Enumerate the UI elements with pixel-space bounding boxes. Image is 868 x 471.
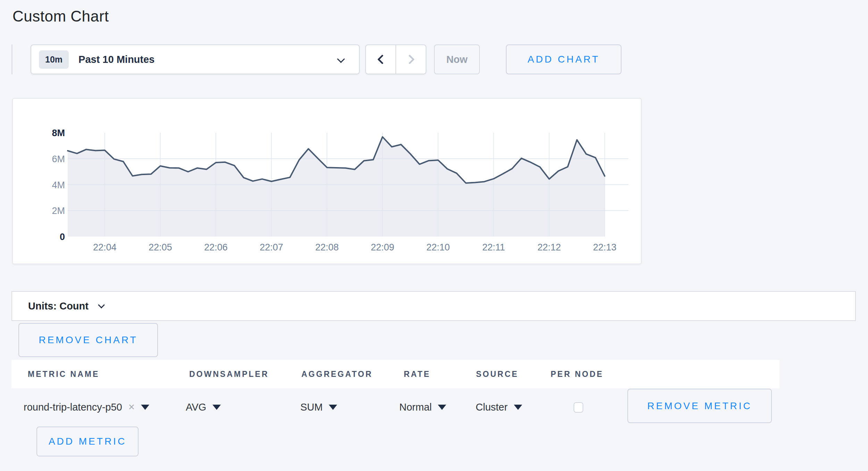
- units-dropdown[interactable]: Units: Count: [11, 291, 856, 321]
- svg-text:22:13: 22:13: [593, 242, 617, 253]
- col-header-source: SOURCE: [476, 370, 518, 379]
- metrics-table-header: METRIC NAME DOWNSAMPLER AGGREGATOR RATE …: [11, 360, 779, 388]
- svg-text:22:09: 22:09: [371, 242, 394, 253]
- add-metric-button[interactable]: ADD METRIC: [36, 427, 139, 456]
- units-label: Units: Count: [28, 300, 89, 312]
- toolbar-left-divider: [11, 44, 12, 74]
- source-dropdown[interactable]: Cluster: [476, 399, 522, 415]
- svg-text:22:11: 22:11: [482, 242, 505, 253]
- svg-text:6M: 6M: [52, 154, 65, 164]
- page-title: Custom Chart: [12, 8, 109, 25]
- svg-text:8M: 8M: [52, 128, 65, 138]
- caret-down-icon: [329, 405, 337, 410]
- remove-tag-icon[interactable]: ×: [128, 401, 135, 413]
- metric-name-dropdown[interactable]: round-trip-latency-p50 ×: [24, 399, 149, 415]
- now-button[interactable]: Now: [434, 44, 480, 74]
- time-step-buttons: [365, 44, 426, 74]
- chevron-down-icon: [98, 301, 105, 308]
- downsampler-dropdown[interactable]: AVG: [186, 399, 221, 415]
- chart-svg: 8M6M4M2M022:0422:0522:0622:0722:0822:092…: [13, 99, 641, 264]
- chevron-right-icon: [404, 55, 414, 64]
- add-chart-button[interactable]: ADD CHART: [506, 44, 621, 74]
- svg-text:4M: 4M: [52, 180, 65, 190]
- source-value: Cluster: [476, 402, 508, 413]
- remove-chart-button[interactable]: REMOVE CHART: [18, 323, 158, 357]
- svg-text:22:05: 22:05: [149, 242, 172, 253]
- svg-text:22:10: 22:10: [426, 242, 450, 253]
- col-header-aggregator: AGGREGATOR: [301, 370, 373, 379]
- aggregator-dropdown[interactable]: SUM: [300, 399, 337, 415]
- svg-text:22:08: 22:08: [315, 242, 339, 253]
- col-header-per-node: PER NODE: [551, 370, 603, 379]
- chevron-down-icon: [337, 55, 345, 63]
- col-header-rate: RATE: [404, 370, 431, 379]
- custom-chart-card[interactable]: 8M6M4M2M022:0422:0522:0622:0722:0822:092…: [12, 98, 642, 264]
- svg-text:22:06: 22:06: [204, 242, 228, 253]
- chevron-left-icon: [377, 55, 387, 64]
- svg-text:22:07: 22:07: [260, 242, 283, 253]
- time-window-label: Past 10 Minutes: [78, 54, 155, 65]
- caret-down-icon: [141, 405, 149, 410]
- downsampler-value: AVG: [186, 402, 206, 413]
- per-node-checkbox[interactable]: [574, 402, 583, 413]
- col-header-downsampler: DOWNSAMPLER: [189, 370, 269, 379]
- metric-name-value: round-trip-latency-p50: [24, 402, 122, 413]
- caret-down-icon: [212, 405, 221, 410]
- rate-dropdown[interactable]: Normal: [399, 399, 446, 415]
- x-axis-labels: 22:0422:0522:0622:0722:0822:0922:1022:11…: [93, 242, 617, 253]
- aggregator-value: SUM: [300, 402, 323, 413]
- prev-time-button[interactable]: [366, 45, 395, 74]
- y-axis-labels: 8M6M4M2M0: [52, 128, 65, 242]
- svg-text:22:04: 22:04: [93, 242, 117, 253]
- time-window-dropdown[interactable]: 10m Past 10 Minutes: [31, 44, 360, 74]
- svg-text:0: 0: [60, 232, 65, 242]
- remove-metric-button[interactable]: REMOVE METRIC: [627, 389, 772, 423]
- rate-value: Normal: [399, 402, 432, 413]
- next-time-button[interactable]: [395, 45, 426, 74]
- col-header-metric-name: METRIC NAME: [28, 370, 99, 379]
- svg-text:22:12: 22:12: [537, 242, 561, 253]
- time-window-badge: 10m: [39, 50, 69, 69]
- chart-area-fill: [68, 137, 605, 237]
- caret-down-icon: [438, 405, 446, 410]
- svg-text:2M: 2M: [52, 206, 65, 216]
- caret-down-icon: [514, 405, 522, 410]
